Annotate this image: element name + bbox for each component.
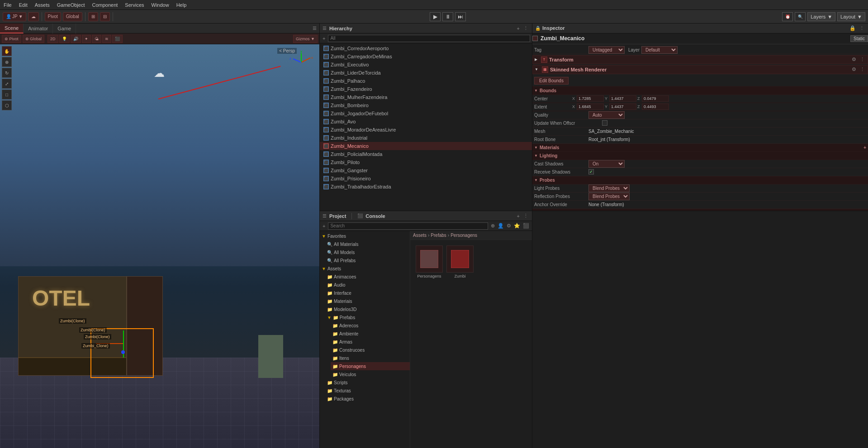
extent-z-input[interactable] bbox=[642, 104, 669, 110]
audio-btn[interactable]: 🔊 bbox=[71, 35, 81, 43]
center-y-input[interactable] bbox=[609, 95, 636, 102]
hierarchy-add-small-btn[interactable]: + bbox=[322, 36, 326, 41]
tree-personagens[interactable]: 📁Personagens bbox=[331, 362, 410, 370]
step-button[interactable]: ⏭ bbox=[455, 12, 466, 21]
hier-item-14[interactable]: ⬛Zumbi_Piloto bbox=[320, 158, 532, 166]
asset-zumbi[interactable]: Zumbi bbox=[446, 245, 474, 278]
hierarchy-search-input[interactable] bbox=[328, 35, 530, 42]
skinned-more-btn[interactable]: ⋮ bbox=[859, 66, 866, 72]
hier-item-7[interactable]: ⬛Zumbi_Bombeiro bbox=[320, 101, 532, 109]
move-tool[interactable]: ⊕ bbox=[2, 57, 12, 67]
project-menu-btn[interactable]: ⋮ bbox=[522, 213, 529, 219]
transform-settings-btn[interactable]: ⚙ bbox=[851, 57, 857, 62]
favorites-models[interactable]: 🔍 All Models bbox=[325, 248, 410, 256]
collab-button[interactable]: ⏰ bbox=[782, 12, 793, 21]
tab-game[interactable]: Game bbox=[53, 24, 76, 33]
menu-services[interactable]: Services bbox=[121, 1, 147, 9]
layer-dropdown[interactable]: Default bbox=[641, 46, 678, 54]
transform-more-btn[interactable]: ⋮ bbox=[859, 57, 866, 62]
extent-x-input[interactable] bbox=[577, 104, 604, 110]
hier-item-3[interactable]: ⬛Zumbi_LiderDeTorcida bbox=[320, 69, 532, 77]
quality-dropdown[interactable]: Auto bbox=[588, 111, 625, 119]
tab-scene[interactable]: Scene bbox=[0, 24, 24, 33]
pivot-scene-btn[interactable]: ⊕ Pivot bbox=[2, 35, 21, 43]
project-add-small-btn[interactable]: + bbox=[322, 223, 326, 229]
tree-construcoes[interactable]: 📁Construcoes bbox=[331, 346, 410, 354]
hier-item-2[interactable]: ⬛Zumbi_Executivo bbox=[320, 61, 532, 69]
receive-shadows-checkbox[interactable]: ✓ bbox=[588, 169, 594, 174]
favorites-prefabs[interactable]: 🔍 All Prefabs bbox=[325, 256, 410, 264]
tree-aderecos[interactable]: 📁Aderecos bbox=[331, 321, 410, 330]
hand-tool[interactable]: ✋ bbox=[2, 46, 12, 56]
gizmo-btn[interactable]: Gizmos ▼ bbox=[293, 35, 318, 43]
global-scene-btn[interactable]: ⊕ Global bbox=[23, 35, 45, 43]
play-button[interactable]: ▶ bbox=[430, 12, 441, 21]
hier-item-13[interactable]: ⬛Zumbi_PolicialMontada bbox=[320, 150, 532, 158]
project-filter-btn-1[interactable]: ⊕ bbox=[490, 223, 496, 229]
reflection-probes-dropdown[interactable]: Blend Probes bbox=[588, 193, 630, 200]
assets-header[interactable]: ▼ Assets bbox=[320, 264, 410, 273]
layout-dropdown[interactable]: Layout ▼ bbox=[837, 12, 865, 21]
tree-veiculos[interactable]: 📁Veiculos bbox=[331, 370, 410, 378]
extent-y-input[interactable] bbox=[609, 104, 636, 110]
hier-item-12-selected[interactable]: ⬛Zumbi_Mecanico bbox=[320, 142, 532, 150]
account-button[interactable]: 👤 JP ▼ bbox=[3, 12, 26, 21]
hier-item-6[interactable]: ⬛Zumbi_MulherFazendeira bbox=[320, 93, 532, 101]
breadcrumb-assets[interactable]: Assets bbox=[413, 233, 427, 238]
hier-item-0[interactable]: ⬛Zumbi_CorredorAeroporto bbox=[320, 44, 532, 52]
tree-itens[interactable]: 📁Itens bbox=[331, 354, 410, 362]
hier-item-15[interactable]: ⬛Zumbi_Gangster bbox=[320, 166, 532, 174]
hier-item-1[interactable]: ⬛Zumbi_CarregadorDeMinas bbox=[320, 52, 532, 61]
active-checkbox[interactable] bbox=[532, 36, 538, 41]
pivot-button[interactable]: Pivot bbox=[45, 12, 61, 21]
hier-item-16[interactable]: ⬛Zumbi_Prisioneiro bbox=[320, 174, 532, 183]
hier-item-9[interactable]: ⬛Zumbi_Avo bbox=[320, 118, 532, 126]
tree-materiais[interactable]: 📁Materiais bbox=[325, 297, 410, 305]
transform-component-header[interactable]: ▶ T Transform ⚙ ⋮ bbox=[532, 55, 868, 64]
hier-item-5[interactable]: ⬛Zumbi_Fazendeiro bbox=[320, 85, 532, 93]
hier-item-8[interactable]: ⬛Zumbi_JogadorDeFutebol bbox=[320, 109, 532, 118]
update-checkbox[interactable] bbox=[602, 120, 607, 126]
inspector-lock-btn[interactable]: 🔒 bbox=[849, 25, 857, 31]
favorites-header[interactable]: ▼ Favorites bbox=[320, 232, 410, 240]
tree-prefabs[interactable]: ▼ 📁Prefabs bbox=[325, 313, 410, 321]
menu-edit[interactable]: Edit bbox=[15, 1, 31, 9]
tree-scripts[interactable]: 📁Scripts bbox=[325, 378, 410, 387]
project-filter-btn-2[interactable]: 👤 bbox=[497, 223, 505, 229]
center-x-input[interactable] bbox=[577, 95, 604, 102]
pause-button[interactable]: ⏸ bbox=[442, 12, 453, 21]
materials-section[interactable]: ▼ Materials + bbox=[532, 144, 868, 152]
project-filter-btn-3[interactable]: ⚙ bbox=[506, 223, 512, 229]
tree-animacoes[interactable]: 📁Animacoes bbox=[325, 273, 410, 281]
snap-button[interactable]: ⊟ bbox=[100, 12, 110, 21]
tree-modelos3d[interactable]: 📁Modelos3D bbox=[325, 305, 410, 313]
breadcrumb-personagens[interactable]: Personagens bbox=[451, 233, 477, 238]
menu-help[interactable]: Help bbox=[173, 1, 190, 9]
asset-personagens[interactable]: Personagens bbox=[416, 245, 443, 278]
menu-window[interactable]: Window bbox=[148, 1, 173, 9]
tree-packages[interactable]: 📁Packages bbox=[325, 395, 410, 403]
tree-ambiente[interactable]: 📁Ambiente bbox=[331, 330, 410, 338]
center-z-input[interactable] bbox=[642, 95, 669, 102]
menu-component[interactable]: Component bbox=[88, 1, 121, 9]
tag-dropdown[interactable]: Untagged bbox=[588, 46, 625, 54]
hier-item-17[interactable]: ⬛Zumbi_TrabalhadorEstrada bbox=[320, 183, 532, 191]
static-button[interactable]: Static bbox=[850, 35, 868, 42]
tree-armas[interactable]: 📁Armas bbox=[331, 338, 410, 346]
light-probes-dropdown[interactable]: Blend Probes bbox=[588, 184, 630, 192]
menu-gameobject[interactable]: GameObject bbox=[53, 1, 89, 9]
favorites-materials[interactable]: 🔍 All Materials bbox=[325, 240, 410, 248]
skinned-mesh-header[interactable]: ▼ ▦ Skinned Mesh Renderer ⚙ ⋮ bbox=[532, 65, 868, 74]
scale-tool[interactable]: ⤢ bbox=[2, 79, 12, 89]
layers-dropdown[interactable]: Layers ▼ bbox=[807, 12, 835, 21]
grid-button[interactable]: ⊞ bbox=[88, 12, 98, 21]
scene-menu-icon[interactable]: ☰ bbox=[313, 26, 317, 31]
search-button[interactable]: 🔍 bbox=[795, 12, 806, 21]
transform-tool[interactable]: ⬡ bbox=[2, 100, 12, 110]
project-filter-btn-4[interactable]: ⭐ bbox=[513, 223, 521, 229]
rect-tool[interactable]: □ bbox=[2, 90, 12, 99]
breadcrumb-prefabs[interactable]: Prefabs bbox=[431, 233, 446, 238]
global-button[interactable]: Global bbox=[63, 12, 82, 21]
menu-file[interactable]: File bbox=[0, 1, 15, 9]
menu-assets[interactable]: Assets bbox=[31, 1, 53, 9]
